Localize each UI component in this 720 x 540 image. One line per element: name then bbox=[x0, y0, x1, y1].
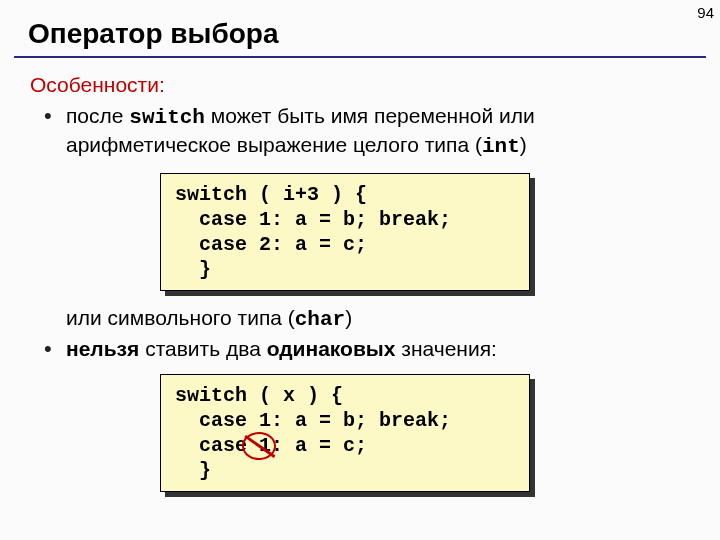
slide-title: Оператор выбора bbox=[28, 18, 720, 50]
feature-list: после switch может быть имя переменной и… bbox=[44, 103, 690, 161]
text-segment: ) bbox=[345, 306, 352, 329]
keyword-int: int bbox=[482, 135, 520, 158]
keyword-switch: switch bbox=[129, 106, 205, 129]
text-segment: ) bbox=[520, 133, 527, 156]
features-heading: Особенности: bbox=[30, 72, 690, 99]
text-segment: или символьного типа ( bbox=[66, 306, 295, 329]
keyword-char: char bbox=[295, 308, 345, 331]
code-block-1: switch ( i+3 ) { case 1: a = b; break; c… bbox=[160, 173, 530, 291]
page-number: 94 bbox=[697, 4, 714, 21]
feature-list-2: нельзя ставить два одинаковых значения: bbox=[44, 336, 690, 363]
code-content: switch ( x ) { case 1: a = b; break; cas… bbox=[160, 374, 530, 492]
text-segment: значения: bbox=[395, 337, 496, 360]
content-area: Особенности: после switch может быть имя… bbox=[0, 58, 720, 492]
text-strong: нельзя bbox=[66, 337, 139, 360]
feature-item-1: после switch может быть имя переменной и… bbox=[44, 103, 690, 161]
code-block-2: switch ( x ) { case 1: a = b; break; cas… bbox=[160, 374, 530, 492]
code-content: switch ( i+3 ) { case 1: a = b; break; c… bbox=[160, 173, 530, 291]
text-strong: одинаковых bbox=[267, 337, 396, 360]
text-segment: после bbox=[66, 104, 129, 127]
continuation-text: или символьного типа (char) bbox=[66, 305, 690, 334]
feature-item-2: нельзя ставить два одинаковых значения: bbox=[44, 336, 690, 363]
text-segment: ставить два bbox=[139, 337, 266, 360]
